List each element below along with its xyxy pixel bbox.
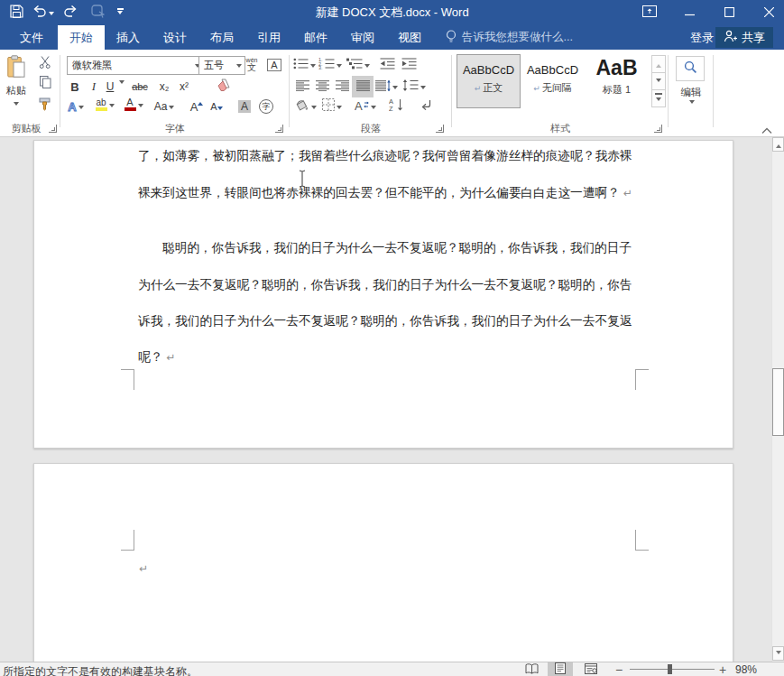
tell-me-label: 告诉我您想要做什么... <box>462 30 573 45</box>
scroll-down-button[interactable] <box>772 646 784 661</box>
doc-text-line[interactable]: 为什么一去不复返呢？聪明的，你告诉我，我们的日子为什么一去不复返呢？聪明的，你告 <box>138 277 632 293</box>
tab-mailings[interactable]: 邮件 <box>292 25 339 50</box>
tab-review[interactable]: 审阅 <box>339 25 386 50</box>
doc-text-line[interactable]: 裸来到这世界，转眼间也将赤裸裸的回去罢？但不能平的，为什么偏要白白走这一遭啊？ … <box>138 185 632 201</box>
sort-button[interactable]: AZ <box>384 97 408 116</box>
highlight-color-bar <box>96 107 107 111</box>
zoom-level[interactable]: 98% <box>735 663 757 676</box>
vertical-scrollbar[interactable] <box>771 137 784 662</box>
zoom-out-button[interactable]: − <box>615 662 623 676</box>
tab-layout[interactable]: 布局 <box>198 25 245 50</box>
justify-button[interactable] <box>352 76 374 97</box>
doc-text-line[interactable]: 了，如薄雾，被初阳蒸融了；我留着些什么痕迹呢？我何曾留着像游丝样的痕迹呢？我赤裸 <box>138 148 632 164</box>
share-button[interactable]: 共享 <box>715 27 773 48</box>
italic-button[interactable]: I <box>87 78 101 96</box>
strikethrough-button[interactable]: abc <box>128 78 152 96</box>
editing-dropdown-button[interactable] <box>676 56 705 81</box>
styles-scroll-up-button[interactable] <box>651 55 666 73</box>
status-bar: 所指定的文字不是有效的构建基块名称。 − + 98% <box>0 662 784 676</box>
font-color-button[interactable]: A <box>121 96 146 114</box>
tab-insert[interactable]: 插入 <box>105 25 152 50</box>
styles-dialog-launcher[interactable] <box>654 125 662 133</box>
multilevel-list-button[interactable] <box>345 56 372 74</box>
text-effects-button[interactable]: A <box>65 97 87 116</box>
font-name-combo[interactable]: 微软雅黑 <box>67 56 204 75</box>
bullets-button[interactable] <box>292 56 316 74</box>
character-border-button[interactable]: A <box>265 55 283 74</box>
doc-text-line[interactable]: 呢？ ↵ <box>138 349 175 366</box>
show-hide-marks-button[interactable] <box>415 97 437 116</box>
zoom-in-button[interactable]: + <box>719 662 726 676</box>
grow-font-button[interactable]: A <box>188 97 206 116</box>
document-page-2[interactable]: ↵ <box>33 463 733 662</box>
highlight-color-button[interactable]: ab <box>92 96 117 114</box>
shading-caret <box>311 106 317 112</box>
superscript-button[interactable]: x² <box>175 78 193 96</box>
doc-text-line[interactable]: 聪明的，你告诉我，我们的日子为什么一去不复返呢？聪明的，你告诉我，我们的日子 <box>162 240 632 256</box>
font-color-a: A <box>126 98 133 106</box>
distribute-button[interactable] <box>375 78 397 96</box>
print-layout-button[interactable] <box>548 662 573 676</box>
web-layout-button[interactable] <box>578 662 604 676</box>
style-normal[interactable]: AaBbCcD ↵正文 <box>457 54 521 108</box>
paste-button[interactable]: 粘贴 <box>2 53 31 122</box>
word-window: 新建 DOCX 文档.docx - Word 文件 开始 插入 设计 布局 引用… <box>0 0 784 676</box>
decrease-indent-button[interactable] <box>377 56 397 74</box>
tab-references[interactable]: 引用 <box>245 25 292 50</box>
font-dialog-launcher[interactable] <box>275 125 283 133</box>
line-spacing-button[interactable] <box>401 78 428 96</box>
align-right-icon <box>336 79 349 95</box>
phonetic-guide-button[interactable]: wén 文 <box>242 55 262 74</box>
ribbon-display-options-button[interactable] <box>634 0 665 25</box>
styles-gallery-more-button[interactable] <box>651 89 666 107</box>
collapse-ribbon-button[interactable] <box>761 122 779 134</box>
minimize-button[interactable] <box>674 0 705 25</box>
align-right-button[interactable] <box>332 78 352 96</box>
subscript-button[interactable]: x₂ <box>155 78 173 96</box>
tab-view[interactable]: 视图 <box>386 25 433 50</box>
document-page-1[interactable]: 了，如薄雾，被初阳蒸融了；我留着些什么痕迹呢？我何曾留着像游丝样的痕迹呢？我赤裸… <box>33 140 733 449</box>
decrease-indent-icon <box>380 57 395 73</box>
maximize-icon <box>724 5 734 21</box>
ribbon-display-options-icon <box>642 5 657 21</box>
close-button[interactable] <box>753 0 784 25</box>
zoom-slider-thumb[interactable] <box>668 664 672 674</box>
styles-scroll-down-button[interactable] <box>651 72 666 90</box>
change-case-button[interactable]: Aa <box>152 97 177 116</box>
distribute-icon <box>375 79 391 95</box>
zoom-slider-track[interactable] <box>630 669 715 670</box>
style-heading1[interactable]: AaB 标题 1 <box>585 54 649 108</box>
align-center-button[interactable] <box>312 78 332 96</box>
borders-button[interactable] <box>319 97 345 116</box>
tab-file[interactable]: 文件 <box>5 25 58 50</box>
enclose-characters-button[interactable]: 字 <box>256 97 276 116</box>
style-no-spacing[interactable]: AaBbCcD ↵无间隔 <box>521 54 585 108</box>
align-left-button[interactable] <box>292 78 312 96</box>
scroll-up-button[interactable] <box>772 137 784 152</box>
paragraph-dialog-launcher[interactable] <box>436 125 444 133</box>
tab-design[interactable]: 设计 <box>152 25 198 50</box>
doc-text-line[interactable]: 诉我，我们的日子为什么一去不复返呢？聪明的，你告诉我，我们的日子为什么一去不复返 <box>138 313 632 329</box>
clipboard-dialog-launcher[interactable] <box>49 125 57 133</box>
scrollbar-thumb[interactable] <box>772 368 784 436</box>
tab-home[interactable]: 开始 <box>58 25 105 50</box>
sign-in-button[interactable]: 登录 <box>690 25 714 50</box>
maximize-button[interactable] <box>714 0 744 25</box>
font-size-combo[interactable]: 五号 <box>198 56 245 75</box>
clear-formatting-button[interactable] <box>213 78 235 96</box>
bold-button[interactable]: B <box>67 78 83 96</box>
shrink-font-button[interactable]: A <box>208 97 226 116</box>
character-shading-button[interactable]: A <box>235 97 254 116</box>
cut-button[interactable] <box>34 56 56 72</box>
paragraph-mark: ↵ <box>620 187 632 199</box>
increase-indent-button[interactable] <box>399 56 419 74</box>
numbering-button[interactable]: 1.2.3. <box>318 56 343 74</box>
tell-me-box[interactable]: 告诉我您想要做什么... <box>446 25 573 50</box>
format-painter-button[interactable] <box>34 97 56 114</box>
copy-button[interactable] <box>34 76 56 92</box>
eraser-icon <box>217 79 232 95</box>
asian-layout-button[interactable]: A <box>352 97 379 116</box>
underline-button[interactable]: U <box>103 78 117 96</box>
read-mode-button[interactable] <box>519 662 544 676</box>
shading-button[interactable] <box>292 97 318 116</box>
